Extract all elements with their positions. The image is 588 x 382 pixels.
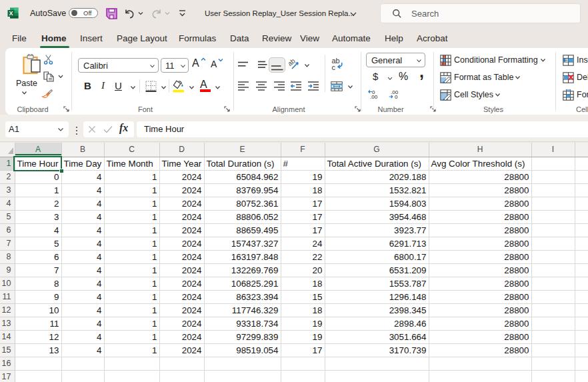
svg-text:0: 0 [395, 94, 398, 99]
svg-text:.00: .00 [370, 94, 378, 99]
svg-text:ab: ab [289, 58, 297, 67]
svg-text:X: X [9, 10, 13, 17]
svg-text:c: c [332, 63, 336, 71]
